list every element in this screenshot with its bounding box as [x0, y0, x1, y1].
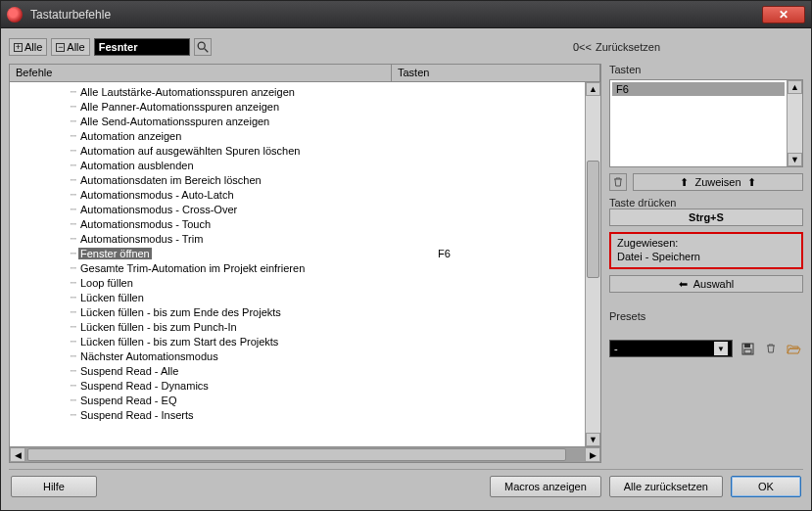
tree-line: ⋯ — [10, 173, 78, 186]
command-label: Automationsmodus - Auto-Latch — [78, 189, 438, 201]
vertical-scrollbar[interactable]: ▲ ▼ — [585, 82, 600, 446]
column-header-keys[interactable]: Tasten — [392, 65, 600, 81]
tree-line: ⋯ — [10, 261, 78, 274]
command-label: Automationsdaten im Bereich löschen — [78, 174, 438, 186]
list-wrap: ⋯Alle Lautstärke-Automationsspuren anzei… — [10, 82, 600, 446]
select-button[interactable]: ⬅ Auswahl — [609, 275, 803, 293]
keys-scrollbar[interactable]: ▲ ▼ — [787, 80, 802, 166]
tree-line: ⋯ — [10, 100, 78, 113]
folder-open-icon — [787, 343, 802, 355]
delete-key-button[interactable] — [609, 173, 627, 191]
command-row[interactable]: ⋯Loop füllen — [10, 275, 585, 290]
command-row[interactable]: ⋯Automation anzeigen — [10, 128, 585, 143]
assigned-key-row[interactable]: F6 — [612, 82, 785, 96]
show-macros-button[interactable]: Macros anzeigen — [490, 476, 601, 497]
command-row[interactable]: ⋯Gesamte Trim-Automation im Projekt einf… — [10, 260, 585, 275]
command-label: Suspend Read - Inserts — [78, 409, 438, 421]
command-label: Alle Send-Automationsspuren anzeigen — [78, 116, 438, 127]
scroll-left-arrow[interactable]: ◀ — [10, 447, 25, 462]
ok-button[interactable]: OK — [731, 476, 801, 497]
keys-label: Tasten — [609, 64, 803, 75]
column-headers: Befehle Tasten — [10, 65, 600, 82]
arrow-up-icon: ⬆ — [680, 176, 689, 189]
save-preset-button[interactable] — [739, 340, 756, 357]
assigned-to-label: Zugewiesen: — [617, 236, 795, 250]
command-label: Lücken füllen - bis zum Ende des Projekt… — [78, 306, 438, 318]
assigned-keys-list[interactable]: F6 ▲ ▼ — [609, 79, 803, 167]
expand-all-label: Alle — [24, 41, 42, 53]
command-row[interactable]: ⋯Automationsmodus - Auto-Latch — [10, 187, 585, 202]
scroll-up-arrow[interactable]: ▲ — [586, 82, 600, 96]
command-row[interactable]: ⋯Automationsmodus - Touch — [10, 216, 585, 231]
pressed-key-field[interactable]: Strg+S — [609, 209, 803, 226]
command-row[interactable]: ⋯Lücken füllen - bis zum Punch-In — [10, 319, 585, 334]
window-title: Tastaturbefehle — [30, 8, 762, 22]
expand-all-button[interactable]: + Alle — [9, 38, 47, 56]
tree-line: ⋯ — [10, 144, 78, 157]
command-row[interactable]: ⋯Suspend Read - Dynamics — [10, 378, 585, 393]
column-header-commands[interactable]: Befehle — [10, 65, 392, 81]
preset-dropdown[interactable]: - ▼ — [609, 340, 733, 357]
command-row[interactable]: ⋯Automationsmodus - Cross-Over — [10, 202, 585, 216]
command-row[interactable]: ⋯Lücken füllen - bis zum Start des Proje… — [10, 334, 585, 348]
trash-icon — [765, 343, 777, 354]
tree-line: ⋯ — [10, 320, 78, 333]
hscroll-track[interactable] — [25, 447, 585, 462]
command-label: Suspend Read - Alle — [78, 365, 438, 377]
command-row[interactable]: ⋯Automation auf ausgewählten Spuren lösc… — [10, 143, 585, 158]
reset-all-button[interactable]: Alle zurücksetzen — [609, 476, 723, 497]
preset-value: - — [614, 343, 618, 354]
command-row[interactable]: ⋯Suspend Read - EQ — [10, 393, 585, 407]
command-label: Automation auf ausgewählten Spuren lösch… — [78, 145, 438, 157]
horizontal-scrollbar[interactable]: ◀ ▶ — [10, 446, 600, 462]
command-row[interactable]: ⋯Nächster Automationsmodus — [10, 348, 585, 363]
assign-button[interactable]: ⬆ Zuweisen ⬆ — [633, 173, 803, 191]
titlebar[interactable]: Tastaturbefehle ✕ — [1, 1, 811, 28]
tree-line: ⋯ — [10, 232, 78, 245]
scroll-thumb-h[interactable] — [27, 448, 566, 461]
chevron-down-icon: ▼ — [714, 342, 728, 355]
import-preset-button[interactable] — [786, 340, 803, 357]
command-label: Nächster Automationsmodus — [78, 350, 438, 362]
command-row[interactable]: ⋯Suspend Read - Alle — [10, 363, 585, 378]
reset-label: Zurücksetzen — [596, 41, 660, 53]
search-button[interactable] — [194, 38, 212, 56]
scroll-down-arrow[interactable]: ▼ — [788, 153, 802, 166]
reset-button[interactable]: 0<< Zurücksetzen — [573, 41, 660, 53]
keyboard-shortcuts-dialog: Tastaturbefehle ✕ + Alle − Alle 0<< Zurü… — [0, 0, 812, 511]
reset-all-label: Alle zurücksetzen — [624, 481, 708, 492]
command-row[interactable]: ⋯Lücken füllen — [10, 290, 585, 304]
command-row[interactable]: ⋯Alle Panner-Automationsspuren anzeigen — [10, 99, 585, 114]
tree-line: ⋯ — [10, 247, 78, 259]
scroll-thumb-v[interactable] — [587, 161, 599, 278]
search-input[interactable] — [94, 38, 190, 56]
command-label: Alle Lautstärke-Automationsspuren anzeig… — [78, 86, 438, 98]
minus-icon: − — [56, 43, 65, 52]
help-button[interactable]: Hilfe — [11, 476, 97, 497]
scroll-down-arrow[interactable]: ▼ — [586, 433, 600, 446]
help-label: Hilfe — [43, 481, 65, 492]
presets-label: Presets — [609, 310, 803, 322]
command-row[interactable]: ⋯Automation ausblenden — [10, 158, 585, 172]
command-row[interactable]: ⋯Alle Lautstärke-Automationsspuren anzei… — [10, 84, 585, 99]
tree-line: ⋯ — [10, 379, 78, 392]
scroll-up-arrow[interactable]: ▲ — [788, 80, 802, 94]
assigned-to-box: Zugewiesen: Datei - Speichern — [609, 232, 803, 269]
command-row[interactable]: ⋯Automationsdaten im Bereich löschen — [10, 172, 585, 187]
command-label: Suspend Read - EQ — [78, 395, 438, 406]
command-row[interactable]: ⋯Fenster öffnenF6 — [10, 246, 585, 260]
command-label: Lücken füllen - bis zum Start des Projek… — [78, 336, 438, 348]
collapse-all-button[interactable]: − Alle — [51, 38, 89, 56]
command-row[interactable]: ⋯Alle Send-Automationsspuren anzeigen — [10, 114, 585, 128]
close-button[interactable]: ✕ — [762, 6, 805, 23]
footer: Hilfe Macros anzeigen Alle zurücksetzen … — [9, 469, 803, 502]
press-key-section: Taste drücken Strg+S — [609, 197, 803, 226]
svg-rect-3 — [744, 344, 750, 348]
main-area: Befehle Tasten ⋯Alle Lautstärke-Automati… — [9, 64, 803, 463]
command-list[interactable]: ⋯Alle Lautstärke-Automationsspuren anzei… — [10, 82, 585, 446]
command-row[interactable]: ⋯Automationsmodus - Trim — [10, 231, 585, 246]
command-row[interactable]: ⋯Lücken füllen - bis zum Ende des Projek… — [10, 304, 585, 319]
command-row[interactable]: ⋯Suspend Read - Inserts — [10, 407, 585, 422]
scroll-right-arrow[interactable]: ▶ — [585, 447, 600, 462]
delete-preset-button[interactable] — [762, 340, 780, 357]
